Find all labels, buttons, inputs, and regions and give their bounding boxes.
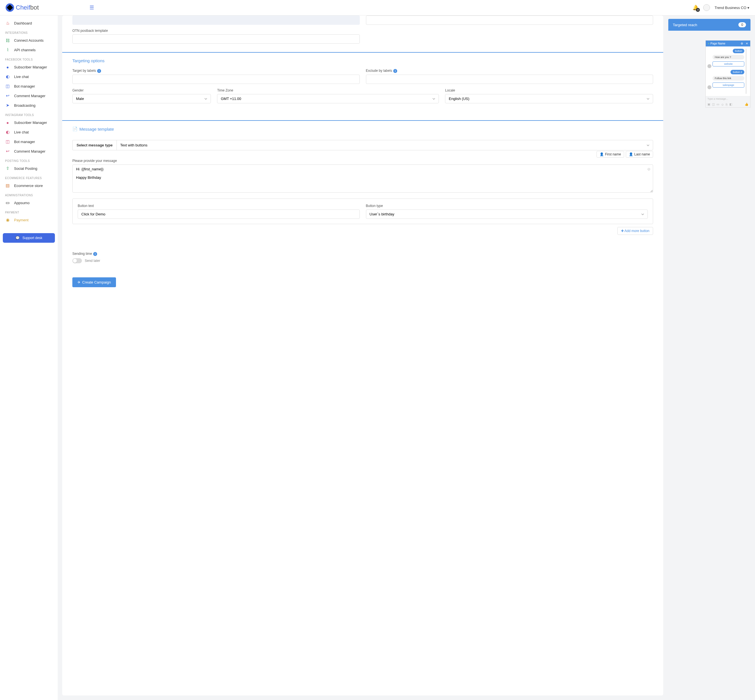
notification-count: 0 bbox=[696, 8, 700, 12]
sidebar-label: Connect Accounts bbox=[14, 38, 44, 42]
campaign-form-card: OTN postback template Targeting options … bbox=[62, 16, 663, 695]
sidebar-item-ig-bot[interactable]: ◫Bot manager bbox=[3, 137, 55, 147]
sidebar-label: Bot manager bbox=[14, 84, 35, 88]
sidebar-label: Comment Manager bbox=[14, 149, 45, 153]
sidebar-item-payment[interactable]: ◉Payment bbox=[3, 215, 55, 225]
chat-header: ● Page Name ⚙ ✕ bbox=[706, 41, 750, 47]
sidebar-item-dashboard[interactable]: ♨Dashboard bbox=[3, 18, 55, 28]
sidebar-item-ig-subscriber[interactable]: ●Subscriber Manager bbox=[3, 118, 55, 127]
button-text-label: Button text bbox=[78, 204, 360, 208]
logo-text-a: Cheif bbox=[16, 4, 30, 11]
chat-reply-button[interactable]: salespage bbox=[713, 83, 744, 88]
sidebar-label: Payment bbox=[14, 218, 28, 222]
targeting-options-title: Targeting options bbox=[72, 58, 653, 63]
add-more-button[interactable]: ✚ Add more button bbox=[617, 227, 653, 235]
exclude-labels-input[interactable] bbox=[366, 75, 654, 84]
sidebar-label: Appsumo bbox=[14, 201, 30, 205]
support-desk-button[interactable]: 💬Support desk bbox=[3, 233, 55, 243]
sidebar-section-instagram: INSTAGRAM TOOLS bbox=[3, 110, 55, 118]
info-icon[interactable]: i bbox=[93, 252, 97, 256]
info-icon[interactable]: i bbox=[97, 69, 101, 73]
attachment-icon[interactable]: ⎘ bbox=[726, 103, 728, 106]
sidebar-item-appsumo[interactable]: ▭Appsumo bbox=[3, 198, 55, 208]
message-type-select[interactable]: Text with buttons bbox=[117, 140, 653, 150]
like-icon[interactable]: 👍 bbox=[744, 103, 749, 106]
gear-icon[interactable]: ⚙ bbox=[741, 42, 743, 45]
logo-icon bbox=[6, 3, 14, 12]
timezone-select[interactable]: GMT +11.00 bbox=[217, 94, 439, 103]
sidebar-item-connect-accounts[interactable]: ⛓Connect Accounts bbox=[3, 36, 55, 45]
sidebar-item-fb-bot[interactable]: ◫Bot manager bbox=[3, 81, 55, 91]
card-icon: ▭ bbox=[5, 200, 10, 205]
fire-icon: ♨ bbox=[5, 20, 10, 26]
account-dropdown[interactable]: Trend Business CO ▾ bbox=[714, 6, 749, 10]
sidebar-item-fb-livechat[interactable]: ◐Live chat bbox=[3, 72, 55, 81]
sidebar-label: Broadcasting bbox=[14, 103, 36, 108]
sidebar-label: Dashboard bbox=[14, 21, 32, 25]
create-campaign-button[interactable]: ✈Create Campaign bbox=[72, 277, 116, 287]
close-icon[interactable]: ✕ bbox=[746, 42, 748, 45]
gif-icon[interactable]: ▭ bbox=[716, 103, 719, 106]
logo[interactable]: Cheifbot bbox=[6, 3, 39, 12]
emoji-icon[interactable]: ☺ bbox=[721, 103, 724, 106]
emoji-icon[interactable]: ☺ bbox=[647, 167, 651, 171]
sidebar-item-fb-subscriber[interactable]: ●Subscriber Manager bbox=[3, 62, 55, 72]
sticker-icon[interactable]: ◫ bbox=[712, 103, 715, 106]
online-dot-icon: ● bbox=[708, 42, 710, 45]
wifi-icon: ⌇ bbox=[5, 47, 10, 52]
chat-avatar bbox=[707, 85, 711, 89]
chat-avatar bbox=[707, 64, 711, 68]
notifications-button[interactable]: 🔔 0 bbox=[693, 5, 699, 11]
sidebar-item-ig-livechat[interactable]: ◐Live chat bbox=[3, 127, 55, 137]
chat-reply-button[interactable]: website bbox=[713, 61, 744, 66]
timezone-label: Time Zone bbox=[217, 88, 439, 92]
sidebar-section-posting: POSTING TOOLS bbox=[3, 156, 55, 164]
button-type-select[interactable]: User`s birthday bbox=[366, 209, 648, 219]
message-textarea[interactable] bbox=[72, 164, 653, 192]
target-labels-input[interactable] bbox=[72, 75, 360, 84]
sidebar-section-integrations: INTEGRATIONS bbox=[3, 28, 55, 36]
chat-bubble-in: Follow this link bbox=[713, 76, 744, 81]
share-icon: ⇧ bbox=[5, 166, 10, 171]
button-type-label: Button type bbox=[366, 204, 648, 208]
account-avatar[interactable] bbox=[703, 4, 710, 11]
sidebar-label: Live chat bbox=[14, 130, 29, 134]
sidebar-item-ig-comment[interactable]: ↩Comment Manager bbox=[3, 147, 55, 156]
sidebar-label: Social Posting bbox=[14, 166, 37, 170]
info-icon[interactable]: i bbox=[393, 69, 397, 73]
msg-label: Please provide your message bbox=[72, 159, 653, 163]
template-input-a[interactable] bbox=[72, 16, 360, 25]
button-text-input[interactable] bbox=[78, 209, 360, 219]
targeted-reach-count: 0 bbox=[738, 22, 746, 27]
image-icon[interactable]: ▣ bbox=[707, 103, 710, 106]
sidebar-item-ecommerce[interactable]: ▤Ecommerce store bbox=[3, 181, 55, 191]
menu-toggle-icon[interactable]: ☰ bbox=[89, 5, 94, 11]
reply-icon: ↩ bbox=[5, 93, 10, 98]
sidebar-item-api-channels[interactable]: ⌇API channels bbox=[3, 45, 55, 55]
app-header: Cheifbot ☰ 🔔 0 Trend Business CO ▾ bbox=[0, 0, 755, 16]
sidebar-item-social-posting[interactable]: ⇧Social Posting bbox=[3, 164, 55, 173]
user-icon: ● bbox=[5, 120, 10, 125]
exclude-labels-label: Exclude by labelsi bbox=[366, 69, 654, 73]
sidebar-section-payment: PAYMENT bbox=[3, 208, 55, 215]
sending-time-label: Sending timei bbox=[72, 252, 653, 256]
chat-input-placeholder[interactable]: Type a message... bbox=[706, 96, 750, 102]
template-input-b[interactable] bbox=[366, 16, 654, 25]
camera-icon[interactable]: ◧ bbox=[729, 103, 732, 106]
sidebar-item-fb-broadcasting[interactable]: ➤Broadcasting bbox=[3, 100, 55, 110]
side-card: Targeted reach 0 ● Page Name ⚙ ✕ bbox=[668, 16, 750, 695]
last-name-badge[interactable]: 👤Last name bbox=[626, 151, 653, 158]
sidebar-section-facebook: FACEBOOK TOOLS bbox=[3, 55, 55, 62]
send-later-toggle[interactable] bbox=[72, 258, 82, 263]
first-name-badge[interactable]: 👤First name bbox=[596, 151, 624, 158]
send-icon: ✈ bbox=[77, 280, 81, 284]
gender-select[interactable]: Male bbox=[72, 94, 211, 103]
otn-postback-input[interactable] bbox=[72, 34, 360, 44]
button-block: Button text Button type User`s birthday bbox=[72, 198, 653, 224]
send-later-label: Send later bbox=[85, 259, 100, 263]
sidebar-item-fb-comment[interactable]: ↩Comment Manager bbox=[3, 91, 55, 100]
user-icon: 👤 bbox=[629, 152, 633, 156]
headset-icon: ◐ bbox=[5, 130, 10, 134]
chat-bubble-out: button 2 bbox=[730, 70, 744, 74]
locale-select[interactable]: English (US) bbox=[445, 94, 653, 103]
